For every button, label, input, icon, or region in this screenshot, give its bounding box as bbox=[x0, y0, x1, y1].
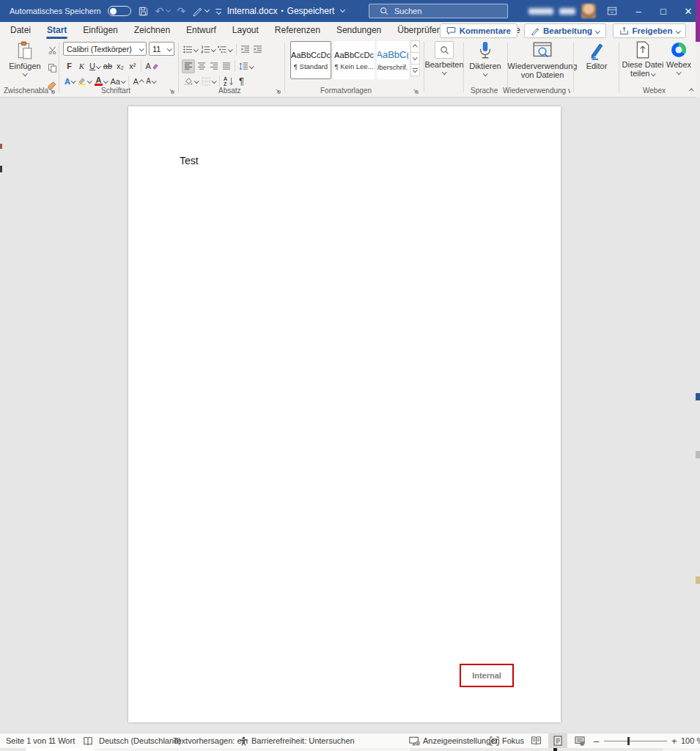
align-center-button[interactable] bbox=[195, 59, 207, 73]
display-settings-button[interactable]: Anzeigeeinstellungen bbox=[409, 733, 500, 748]
paste-button[interactable]: Einfügen bbox=[7, 41, 43, 76]
language-indicator[interactable]: Deutsch (Deutschland) bbox=[99, 733, 181, 748]
justify-button[interactable] bbox=[220, 59, 232, 73]
tab-referenzen[interactable]: Referenzen bbox=[267, 23, 328, 39]
read-mode-button[interactable] bbox=[526, 733, 545, 748]
webex-button[interactable]: Webex bbox=[664, 41, 693, 74]
word-count[interactable]: 1 Wort bbox=[51, 733, 75, 748]
paragraph-dialog-launcher[interactable] bbox=[274, 87, 281, 95]
user-name-redacted bbox=[559, 8, 575, 15]
font-size-value: 11 bbox=[152, 45, 161, 54]
minimize-button[interactable]: – bbox=[627, 0, 649, 22]
chevron-down-icon bbox=[205, 7, 210, 12]
tab-start[interactable]: Start bbox=[39, 23, 75, 39]
redo-button[interactable]: ↷ bbox=[177, 5, 185, 17]
font-family-select[interactable]: Calibri (Textkörper) bbox=[63, 42, 147, 56]
editing-menu-button[interactable]: Bearbeiten bbox=[427, 41, 461, 74]
styles-dialog-launcher[interactable] bbox=[412, 87, 419, 95]
editor-label: Editor bbox=[586, 62, 608, 70]
underline-button[interactable]: U bbox=[88, 59, 101, 73]
display-settings-icon bbox=[409, 736, 420, 746]
tab-einfuegen[interactable]: Einfügen bbox=[75, 23, 125, 39]
highlight-button[interactable] bbox=[76, 74, 93, 88]
decrease-indent-button[interactable] bbox=[239, 43, 251, 56]
comments-button[interactable]: Kommentare bbox=[440, 23, 517, 38]
autosave-toggle[interactable] bbox=[108, 6, 131, 16]
tab-layout[interactable]: Layout bbox=[224, 23, 267, 39]
zoom-slider-track[interactable] bbox=[604, 741, 667, 741]
zoom-in-button[interactable]: + bbox=[671, 733, 677, 748]
clear-formatting-button[interactable]: A bbox=[144, 59, 159, 73]
copy-button[interactable] bbox=[45, 61, 59, 75]
undo-button[interactable]: ↶ bbox=[155, 5, 171, 17]
styles-gallery-more-button[interactable] bbox=[410, 64, 420, 76]
font-dialog-launcher[interactable] bbox=[168, 87, 175, 95]
align-right-button[interactable] bbox=[207, 59, 220, 73]
maximize-button[interactable]: □ bbox=[652, 0, 674, 22]
proofing-icon[interactable] bbox=[83, 733, 93, 748]
avatar[interactable] bbox=[581, 4, 596, 18]
styles-scroll-down-button[interactable] bbox=[410, 52, 420, 65]
text-effects-button[interactable]: A bbox=[63, 74, 76, 88]
numbering-button[interactable] bbox=[199, 43, 217, 56]
strikethrough-button[interactable]: ab bbox=[101, 59, 114, 73]
ribbon-display-options-button[interactable] bbox=[601, 0, 623, 22]
style-standard[interactable]: AaBbCcDc ¶ Standard bbox=[290, 41, 331, 79]
background-app-edge bbox=[0, 144, 2, 149]
ink-replay-button[interactable] bbox=[192, 6, 209, 16]
display-settings-label: Anzeigeeinstellungen bbox=[423, 736, 500, 745]
zoom-out-button[interactable]: – bbox=[594, 733, 599, 748]
search-input[interactable]: Suchen bbox=[369, 4, 508, 18]
style-ueberschrift-1[interactable]: AaBbC( Überschrif... bbox=[377, 41, 409, 79]
italic-button[interactable]: K bbox=[75, 59, 88, 73]
reuse-files-button[interactable]: Wiederverwendung von Dateien bbox=[512, 41, 573, 79]
body-text[interactable]: Test bbox=[180, 155, 199, 166]
clipboard-dialog-launcher[interactable] bbox=[48, 87, 56, 95]
page-indicator[interactable]: Seite 1 von 1 bbox=[6, 733, 53, 748]
subscript-button[interactable]: x₂ bbox=[114, 59, 126, 73]
account-area[interactable] bbox=[528, 0, 596, 22]
bold-button[interactable]: F bbox=[63, 59, 75, 73]
shrink-font-button[interactable]: A bbox=[144, 74, 157, 88]
font-size-select[interactable]: 11 bbox=[149, 42, 174, 56]
shading-button[interactable] bbox=[182, 74, 200, 88]
focus-button[interactable]: Fokus bbox=[490, 733, 524, 748]
styles-scroll-up-button[interactable] bbox=[410, 40, 420, 53]
dictate-button[interactable]: Diktieren bbox=[466, 41, 504, 76]
share-button[interactable]: Freigeben bbox=[613, 23, 686, 38]
line-spacing-icon bbox=[239, 62, 248, 70]
save-icon[interactable] bbox=[138, 6, 149, 17]
tab-entwurf[interactable]: Entwurf bbox=[178, 23, 224, 39]
cut-button[interactable] bbox=[45, 43, 59, 57]
align-left-button[interactable] bbox=[182, 59, 195, 73]
document-page[interactable]: Test Internal bbox=[128, 106, 561, 722]
style-kein-leerraum[interactable]: AaBbCcDc ¶ Kein Lee... bbox=[334, 41, 375, 79]
increase-indent-button[interactable] bbox=[251, 43, 264, 56]
zoom-slider-thumb[interactable] bbox=[627, 737, 630, 745]
editing-mode-button[interactable]: Bearbeitung bbox=[524, 23, 606, 38]
borders-button[interactable] bbox=[200, 74, 218, 88]
zoom-level[interactable]: 100 % bbox=[681, 733, 700, 748]
grow-font-button[interactable]: A bbox=[131, 74, 144, 88]
print-layout-button[interactable] bbox=[548, 733, 567, 748]
multilevel-list-button[interactable] bbox=[216, 43, 234, 56]
text-predictions-indicator[interactable]: Textvorhersagen: ein bbox=[173, 733, 248, 748]
tab-datei[interactable]: Datei bbox=[2, 23, 39, 39]
document-area[interactable]: Test Internal bbox=[0, 98, 696, 733]
accessibility-status[interactable]: Barrierefreiheit: Untersuchen bbox=[251, 733, 355, 748]
background-app-edge bbox=[696, 451, 700, 458]
share-label: Freigeben bbox=[633, 26, 673, 35]
document-title[interactable]: Internal.docx • Gespeichert bbox=[220, 0, 352, 22]
chevron-down-icon bbox=[121, 78, 125, 83]
collapse-ribbon-button[interactable] bbox=[686, 86, 696, 95]
line-spacing-button[interactable] bbox=[237, 59, 255, 73]
tab-zeichnen[interactable]: Zeichnen bbox=[126, 23, 178, 39]
web-layout-button[interactable] bbox=[570, 733, 589, 748]
tab-sendungen[interactable]: Sendungen bbox=[328, 23, 389, 39]
superscript-button[interactable]: x² bbox=[126, 59, 139, 73]
bullets-button[interactable] bbox=[182, 43, 199, 56]
background-app-edge bbox=[696, 576, 700, 584]
dictate-group-label: Sprache bbox=[471, 87, 498, 95]
share-this-file-button[interactable]: Diese Datei teilen bbox=[622, 41, 664, 78]
editor-button[interactable]: Editor bbox=[578, 41, 616, 70]
